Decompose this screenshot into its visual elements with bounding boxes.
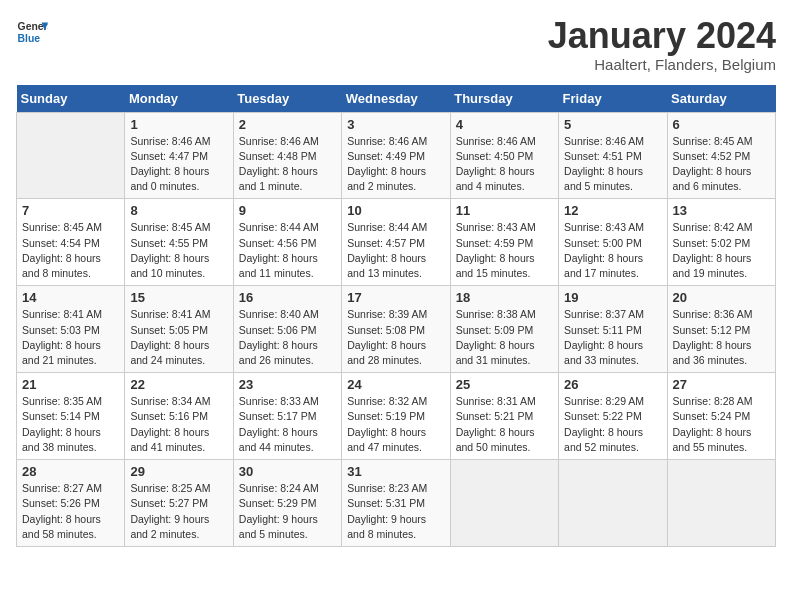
calendar-cell: 4 Sunrise: 8:46 AMSunset: 4:50 PMDayligh… xyxy=(450,112,558,199)
day-number: 25 xyxy=(456,377,553,392)
calendar-cell: 23 Sunrise: 8:33 AMSunset: 5:17 PMDaylig… xyxy=(233,373,341,460)
week-row-2: 7 Sunrise: 8:45 AMSunset: 4:54 PMDayligh… xyxy=(17,199,776,286)
week-row-3: 14 Sunrise: 8:41 AMSunset: 5:03 PMDaylig… xyxy=(17,286,776,373)
calendar-cell: 11 Sunrise: 8:43 AMSunset: 4:59 PMDaylig… xyxy=(450,199,558,286)
calendar-cell: 29 Sunrise: 8:25 AMSunset: 5:27 PMDaylig… xyxy=(125,460,233,547)
svg-text:Blue: Blue xyxy=(18,33,41,44)
day-sunrise: Sunrise: 8:37 AMSunset: 5:11 PMDaylight:… xyxy=(564,308,644,366)
calendar-cell: 24 Sunrise: 8:32 AMSunset: 5:19 PMDaylig… xyxy=(342,373,450,460)
day-sunrise: Sunrise: 8:36 AMSunset: 5:12 PMDaylight:… xyxy=(673,308,753,366)
calendar-cell: 15 Sunrise: 8:41 AMSunset: 5:05 PMDaylig… xyxy=(125,286,233,373)
day-sunrise: Sunrise: 8:23 AMSunset: 5:31 PMDaylight:… xyxy=(347,482,427,540)
calendar-cell: 12 Sunrise: 8:43 AMSunset: 5:00 PMDaylig… xyxy=(559,199,667,286)
day-sunrise: Sunrise: 8:44 AMSunset: 4:56 PMDaylight:… xyxy=(239,221,319,279)
calendar-cell: 30 Sunrise: 8:24 AMSunset: 5:29 PMDaylig… xyxy=(233,460,341,547)
calendar-cell: 13 Sunrise: 8:42 AMSunset: 5:02 PMDaylig… xyxy=(667,199,775,286)
day-number: 28 xyxy=(22,464,119,479)
day-sunrise: Sunrise: 8:39 AMSunset: 5:08 PMDaylight:… xyxy=(347,308,427,366)
title-block: January 2024 Haaltert, Flanders, Belgium xyxy=(548,16,776,73)
day-sunrise: Sunrise: 8:46 AMSunset: 4:48 PMDaylight:… xyxy=(239,135,319,193)
day-sunrise: Sunrise: 8:24 AMSunset: 5:29 PMDaylight:… xyxy=(239,482,319,540)
day-sunrise: Sunrise: 8:45 AMSunset: 4:52 PMDaylight:… xyxy=(673,135,753,193)
day-number: 23 xyxy=(239,377,336,392)
calendar-cell: 31 Sunrise: 8:23 AMSunset: 5:31 PMDaylig… xyxy=(342,460,450,547)
day-sunrise: Sunrise: 8:29 AMSunset: 5:22 PMDaylight:… xyxy=(564,395,644,453)
calendar-cell: 22 Sunrise: 8:34 AMSunset: 5:16 PMDaylig… xyxy=(125,373,233,460)
week-row-5: 28 Sunrise: 8:27 AMSunset: 5:26 PMDaylig… xyxy=(17,460,776,547)
weekday-header-row: SundayMondayTuesdayWednesdayThursdayFrid… xyxy=(17,85,776,113)
day-sunrise: Sunrise: 8:45 AMSunset: 4:54 PMDaylight:… xyxy=(22,221,102,279)
day-sunrise: Sunrise: 8:32 AMSunset: 5:19 PMDaylight:… xyxy=(347,395,427,453)
weekday-header-wednesday: Wednesday xyxy=(342,85,450,113)
weekday-header-friday: Friday xyxy=(559,85,667,113)
week-row-4: 21 Sunrise: 8:35 AMSunset: 5:14 PMDaylig… xyxy=(17,373,776,460)
day-sunrise: Sunrise: 8:46 AMSunset: 4:51 PMDaylight:… xyxy=(564,135,644,193)
calendar-cell: 14 Sunrise: 8:41 AMSunset: 5:03 PMDaylig… xyxy=(17,286,125,373)
logo-icon: General Blue xyxy=(16,16,48,48)
day-number: 10 xyxy=(347,203,444,218)
month-title: January 2024 xyxy=(548,16,776,56)
calendar-cell: 8 Sunrise: 8:45 AMSunset: 4:55 PMDayligh… xyxy=(125,199,233,286)
calendar-cell: 7 Sunrise: 8:45 AMSunset: 4:54 PMDayligh… xyxy=(17,199,125,286)
day-sunrise: Sunrise: 8:41 AMSunset: 5:05 PMDaylight:… xyxy=(130,308,210,366)
day-number: 26 xyxy=(564,377,661,392)
page-header: General Blue January 2024 Haaltert, Flan… xyxy=(16,16,776,73)
week-row-1: 1 Sunrise: 8:46 AMSunset: 4:47 PMDayligh… xyxy=(17,112,776,199)
weekday-header-monday: Monday xyxy=(125,85,233,113)
day-number: 24 xyxy=(347,377,444,392)
calendar-cell: 28 Sunrise: 8:27 AMSunset: 5:26 PMDaylig… xyxy=(17,460,125,547)
day-number: 17 xyxy=(347,290,444,305)
day-number: 30 xyxy=(239,464,336,479)
day-sunrise: Sunrise: 8:44 AMSunset: 4:57 PMDaylight:… xyxy=(347,221,427,279)
calendar-cell xyxy=(559,460,667,547)
calendar-cell: 5 Sunrise: 8:46 AMSunset: 4:51 PMDayligh… xyxy=(559,112,667,199)
day-number: 31 xyxy=(347,464,444,479)
day-number: 18 xyxy=(456,290,553,305)
calendar-cell: 20 Sunrise: 8:36 AMSunset: 5:12 PMDaylig… xyxy=(667,286,775,373)
day-sunrise: Sunrise: 8:43 AMSunset: 4:59 PMDaylight:… xyxy=(456,221,536,279)
calendar-cell: 17 Sunrise: 8:39 AMSunset: 5:08 PMDaylig… xyxy=(342,286,450,373)
calendar-cell: 3 Sunrise: 8:46 AMSunset: 4:49 PMDayligh… xyxy=(342,112,450,199)
day-sunrise: Sunrise: 8:31 AMSunset: 5:21 PMDaylight:… xyxy=(456,395,536,453)
calendar-cell: 9 Sunrise: 8:44 AMSunset: 4:56 PMDayligh… xyxy=(233,199,341,286)
weekday-header-thursday: Thursday xyxy=(450,85,558,113)
day-sunrise: Sunrise: 8:43 AMSunset: 5:00 PMDaylight:… xyxy=(564,221,644,279)
calendar-cell xyxy=(450,460,558,547)
day-number: 6 xyxy=(673,117,770,132)
day-number: 20 xyxy=(673,290,770,305)
day-number: 4 xyxy=(456,117,553,132)
location-subtitle: Haaltert, Flanders, Belgium xyxy=(548,56,776,73)
day-number: 3 xyxy=(347,117,444,132)
day-number: 9 xyxy=(239,203,336,218)
logo: General Blue xyxy=(16,16,48,48)
calendar-cell: 16 Sunrise: 8:40 AMSunset: 5:06 PMDaylig… xyxy=(233,286,341,373)
day-sunrise: Sunrise: 8:41 AMSunset: 5:03 PMDaylight:… xyxy=(22,308,102,366)
day-number: 7 xyxy=(22,203,119,218)
day-sunrise: Sunrise: 8:40 AMSunset: 5:06 PMDaylight:… xyxy=(239,308,319,366)
weekday-header-sunday: Sunday xyxy=(17,85,125,113)
day-number: 29 xyxy=(130,464,227,479)
calendar-cell: 2 Sunrise: 8:46 AMSunset: 4:48 PMDayligh… xyxy=(233,112,341,199)
day-number: 11 xyxy=(456,203,553,218)
day-sunrise: Sunrise: 8:27 AMSunset: 5:26 PMDaylight:… xyxy=(22,482,102,540)
calendar-cell: 26 Sunrise: 8:29 AMSunset: 5:22 PMDaylig… xyxy=(559,373,667,460)
calendar-cell: 18 Sunrise: 8:38 AMSunset: 5:09 PMDaylig… xyxy=(450,286,558,373)
day-number: 15 xyxy=(130,290,227,305)
day-number: 14 xyxy=(22,290,119,305)
calendar-table: SundayMondayTuesdayWednesdayThursdayFrid… xyxy=(16,85,776,547)
day-number: 19 xyxy=(564,290,661,305)
calendar-cell: 21 Sunrise: 8:35 AMSunset: 5:14 PMDaylig… xyxy=(17,373,125,460)
calendar-cell: 10 Sunrise: 8:44 AMSunset: 4:57 PMDaylig… xyxy=(342,199,450,286)
calendar-cell: 25 Sunrise: 8:31 AMSunset: 5:21 PMDaylig… xyxy=(450,373,558,460)
day-sunrise: Sunrise: 8:46 AMSunset: 4:49 PMDaylight:… xyxy=(347,135,427,193)
day-sunrise: Sunrise: 8:35 AMSunset: 5:14 PMDaylight:… xyxy=(22,395,102,453)
day-sunrise: Sunrise: 8:42 AMSunset: 5:02 PMDaylight:… xyxy=(673,221,753,279)
calendar-cell xyxy=(667,460,775,547)
day-number: 21 xyxy=(22,377,119,392)
calendar-cell: 1 Sunrise: 8:46 AMSunset: 4:47 PMDayligh… xyxy=(125,112,233,199)
day-sunrise: Sunrise: 8:46 AMSunset: 4:47 PMDaylight:… xyxy=(130,135,210,193)
day-number: 16 xyxy=(239,290,336,305)
day-number: 5 xyxy=(564,117,661,132)
weekday-header-saturday: Saturday xyxy=(667,85,775,113)
day-sunrise: Sunrise: 8:25 AMSunset: 5:27 PMDaylight:… xyxy=(130,482,210,540)
